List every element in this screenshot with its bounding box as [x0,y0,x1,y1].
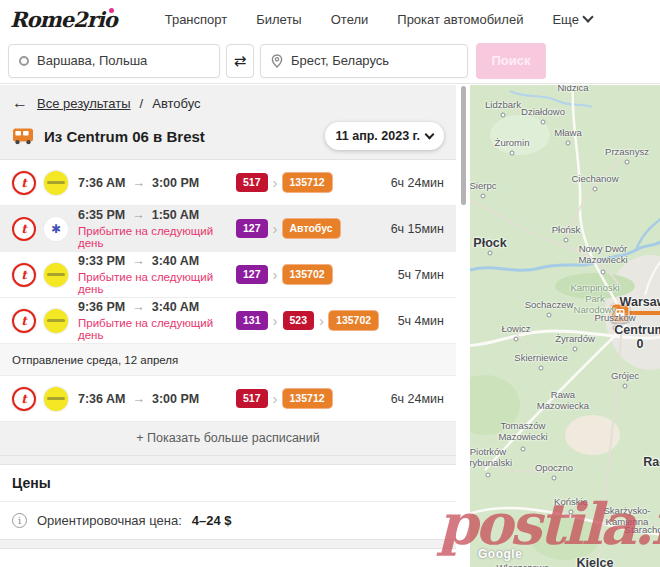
schedule-row[interactable]: t✱ 6:35 PM → 1:50 AM Прибытие на следующ… [0,206,456,252]
line-badges: 517›135712 [236,173,332,192]
schedule-row[interactable]: t 7:36 AM → 3:00 PM 517›135712 6ч 24мин [0,376,456,422]
arrow-icon: → [132,208,145,222]
badge-separator-icon: › [273,175,278,190]
page-title: Из Centrum 06 в Brest [44,128,205,145]
arrive-time: 1:50 AM [152,208,199,222]
line-badges: 127›Автобус [236,219,340,238]
destination-input[interactable]: Брест, Беларусь [260,44,468,78]
arrow-icon: → [132,392,145,406]
duration: 6ч 15мин [391,222,444,236]
line-badge: 517 [236,389,268,408]
badge-separator-icon: › [273,221,278,236]
results-panel: ← Все результаты / Автобус Из Centrum 06… [0,85,456,567]
schedule-row[interactable]: t 7:36 AM → 3:00 PM 517›135712 6ч 24мин [0,160,456,206]
line-badge: 523 [283,311,315,330]
arrive-time: 3:40 AM [152,300,199,314]
search-button[interactable]: Поиск [476,43,546,79]
price-estimate-label: Ориентировочная цена: [37,513,182,528]
badge-separator-icon: › [319,313,324,328]
map-pin-icon [271,54,283,68]
info-icon: i [12,513,27,528]
badge-separator-icon: › [273,267,278,282]
logo-dot-icon [109,8,114,13]
duration: 5ч 7мин [398,268,444,282]
depart-time: 6:35 PM [78,208,125,222]
line-badge: 135712 [283,389,332,408]
next-day-note: Прибытие на следующий день [78,225,236,249]
operator-icons: t [12,263,68,287]
date-selector[interactable]: 11 апр. 2023 г. [325,122,444,150]
time-column: 9:33 PM → 3:40 AM Прибытие на следующий … [78,254,236,295]
yellow-line-operator-icon [44,263,68,287]
google-attribution: Google [478,547,522,561]
origin-input[interactable]: Варшава, Польша [8,44,220,78]
nav-item-label: Транспорт [165,12,228,27]
duration: 5ч 4мин [398,314,444,328]
arrow-icon: → [132,300,145,314]
breadcrumb: ← Все результаты / Автобус [0,85,456,115]
line-badge: 135702 [283,265,332,284]
origin-value: Варшава, Польша [37,53,147,68]
departure-day-header: Отправление среда, 12 апреля [0,344,456,376]
depart-time: 7:36 AM [78,176,125,190]
destination-value: Брест, Беларусь [291,53,389,68]
operator-icons: t [12,309,68,333]
schedules-card: t 7:36 AM → 3:00 PM 517›135712 6ч 24мин … [0,159,456,456]
line-badge: 127 [236,219,268,238]
date-value: 11 апр. 2023 г. [336,129,420,143]
map[interactable]: NidzicaLidzbarkDziałdowoMławaŻurominPrza… [470,85,660,567]
schedule-row[interactable]: t 9:33 PM → 3:40 AM Прибытие на следующи… [0,252,456,298]
origin-circle-icon [19,56,29,66]
back-arrow-icon[interactable]: ← [12,95,28,111]
price-estimate-value: 4–24 $ [192,513,232,528]
badge-separator-icon: › [273,391,278,406]
price-estimate-row: i Ориентировочная цена: 4–24 $ [0,502,456,539]
chevron-down-icon [582,11,593,22]
yellow-line-operator-icon [44,309,68,333]
time-column: 6:35 PM → 1:50 AM Прибытие на следующий … [78,208,236,249]
line-badges: 127›135702 [236,265,332,284]
top-navigation: Rome2rio ТранспортБилетыОтелиПрокат авто… [0,0,660,38]
breadcrumb-all-results-link[interactable]: Все результаты [37,96,131,111]
time-column: 7:36 AM → 3:00 PM [78,392,236,406]
panel-scrollbar[interactable] [461,86,466,205]
route-title-row: Из Centrum 06 в Brest 11 апр. 2023 г. [0,115,456,159]
operator-icons: t [12,171,68,195]
show-more-button[interactable]: + Показать больше расписаний [0,422,456,455]
bus-icon [12,128,34,145]
wtp-operator-icon: t [12,309,36,333]
prices-title: Цены [0,465,456,502]
line-badge: 127 [236,265,268,284]
nav-item[interactable]: Еще [552,12,591,27]
line-badge: 135712 [283,173,332,192]
arrow-icon: → [132,176,145,190]
nav-item[interactable]: Отели [331,12,369,27]
wtp-operator-icon: t [12,217,36,241]
line-badges: 517›135712 [236,389,332,408]
wtp-operator-icon: t [12,263,36,287]
breadcrumb-separator: / [140,96,144,111]
nav-item-label: Еще [552,12,578,27]
time-column: 9:36 PM → 3:40 AM Прибытие на следующий … [78,300,236,341]
nav-item[interactable]: Прокат автомобилей [397,12,523,27]
nav-item[interactable]: Билеты [256,12,301,27]
operator-icons: t✱ [12,217,68,241]
line-badge: 517 [236,173,268,192]
depart-time: 9:33 PM [78,254,125,268]
arrive-time: 3:00 PM [152,392,199,406]
schedule-row[interactable]: t 9:36 PM → 3:40 AM Прибытие на следующи… [0,298,456,344]
chevron-down-icon [425,130,435,140]
main-nav: ТранспортБилетыОтелиПрокат автомобилейЕщ… [165,12,592,27]
time-column: 7:36 AM → 3:00 PM [78,176,236,190]
nav-item[interactable]: Транспорт [165,12,228,27]
duration: 6ч 24мин [391,176,444,190]
prices-card: Цены i Ориентировочная цена: 4–24 $ [0,464,456,540]
logo-text: Rome2rio [10,7,117,32]
operator-card[interactable]: t Warszawski Transport Publiczny [0,548,456,567]
bus-route-marker[interactable] [611,304,630,323]
breadcrumb-current: Автобус [152,96,200,111]
line-badges: 131›523›135702 [236,311,378,330]
rome2rio-logo[interactable]: Rome2rio [10,7,117,32]
next-day-note: Прибытие на следующий день [78,317,236,341]
swap-button[interactable]: ⇄ [226,44,254,78]
